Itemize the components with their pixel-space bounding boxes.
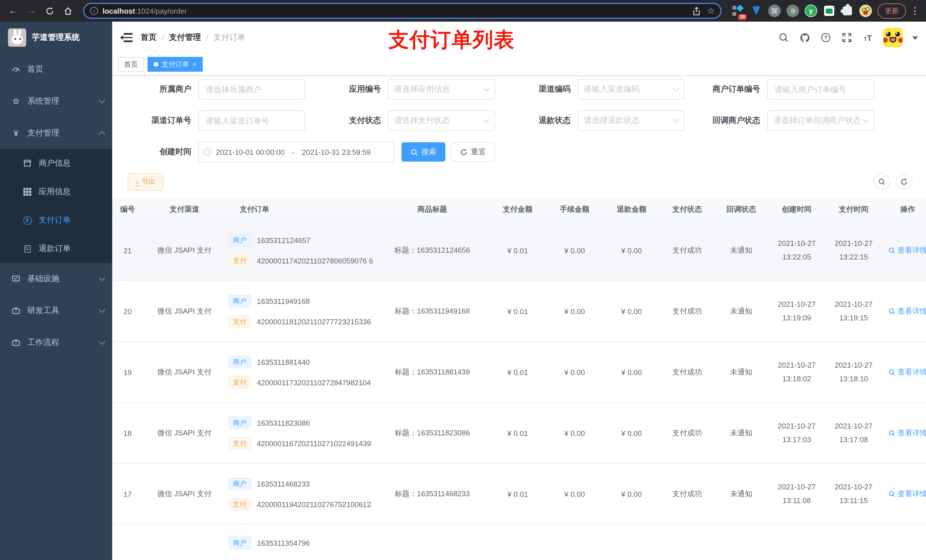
breadcrumb-home[interactable]: 首页: [141, 32, 157, 43]
export-button[interactable]: ↓ 导出: [127, 173, 163, 191]
share-icon[interactable]: [692, 6, 700, 15]
site-info-icon[interactable]: i: [90, 7, 98, 15]
sidebar-item-workflow[interactable]: 工作流程: [0, 327, 112, 359]
table-row: 17 微信 JSAPI 支付 商户1635311468233 支付4200001…: [112, 464, 926, 525]
channel-code-select[interactable]: 请输入渠道编码: [578, 79, 684, 100]
payment-submenu: 商户信息 应用信息 ¥ 支付订单 退款订单: [0, 149, 112, 263]
caret-down-icon[interactable]: [912, 36, 918, 42]
chevron-down-icon: [99, 338, 105, 345]
channel-order-no-input[interactable]: [198, 110, 305, 131]
sidebar-item-app-info[interactable]: 应用信息: [0, 178, 112, 206]
filter-label-channel-code: 渠道编码: [495, 84, 578, 95]
page-content: 所属商户 应用编号 请选择应用信息: [112, 76, 926, 560]
extension-vue-icon[interactable]: y: [805, 5, 817, 17]
briefcase-icon: [11, 338, 21, 347]
fullscreen-icon[interactable]: [841, 32, 853, 43]
browser-window: ← → i localhost:1024/pay/order ☆ 10 ⌘: [0, 0, 926, 560]
avatar[interactable]: [883, 28, 903, 47]
reset-button[interactable]: 重置: [451, 142, 495, 162]
table-row: 18 微信 JSAPI 支付 商户1635311823086 支付4200001…: [112, 403, 926, 464]
app-title: 芋道管理系统: [32, 32, 80, 43]
search-icon: [888, 247, 895, 254]
search-icon: [878, 178, 885, 186]
browser-menu-icon[interactable]: [912, 7, 918, 15]
tab-active-dot: [154, 62, 158, 66]
merchant-order-no-input[interactable]: [767, 79, 874, 100]
logo-rabbit-image: [8, 29, 26, 47]
extension-gem-icon[interactable]: [750, 5, 763, 17]
pay-tag: 支付: [228, 498, 251, 510]
tab-pay-order[interactable]: 支付订单 ×: [147, 57, 203, 72]
show-search-button[interactable]: [874, 174, 890, 190]
search-icon: [411, 148, 418, 155]
chevron-down-icon: [483, 85, 490, 92]
extension-dot-icon[interactable]: [787, 5, 799, 17]
extension-chat-icon[interactable]: [823, 5, 835, 17]
breadcrumb-payment[interactable]: 支付管理: [169, 32, 201, 43]
view-detail-link[interactable]: 查看详情: [888, 489, 926, 499]
extension-command-icon[interactable]: ⌘: [768, 5, 781, 17]
back-icon[interactable]: ←: [6, 3, 21, 18]
page-title: 支付订单列表: [388, 26, 515, 54]
view-detail-link[interactable]: 查看详情: [888, 306, 926, 316]
extensions-puzzle-icon[interactable]: [841, 5, 854, 17]
view-detail-link[interactable]: 查看详情: [888, 428, 926, 438]
sidebar-collapse-icon[interactable]: [121, 33, 133, 42]
extensions-strip: 10 ⌘ y 更新: [729, 3, 920, 18]
chevron-down-icon: [99, 275, 105, 281]
sidebar-item-merchant-info[interactable]: 商户信息: [0, 149, 112, 178]
filter-label-app: 应用编号: [305, 84, 388, 95]
search-icon: [888, 308, 895, 315]
extension-emoji-icon[interactable]: [859, 5, 872, 17]
breadcrumb-current: 支付订单: [213, 32, 245, 43]
address-bar[interactable]: i localhost:1024/pay/order ☆: [83, 3, 722, 19]
pay-status-select[interactable]: 请选择支付状态: [388, 110, 495, 131]
table-header-row: 编号 支付渠道 支付订单 商品标题 支付金额 手续金额 退款金额 支付状态 回调…: [112, 199, 926, 220]
browser-update-button[interactable]: 更新: [878, 3, 906, 18]
table-toolbar: ↓ 导出: [127, 173, 926, 191]
document-icon: [23, 244, 32, 253]
app-select[interactable]: 请选择应用信息: [388, 79, 495, 100]
pay-tag: 支付: [228, 376, 251, 389]
font-size-icon[interactable]: TT: [862, 32, 874, 43]
sidebar-item-system[interactable]: ⚙ 系统管理: [0, 85, 112, 117]
github-icon[interactable]: [799, 32, 810, 43]
orders-table: 编号 支付渠道 支付订单 商品标题 支付金额 手续金额 退款金额 支付状态 回调…: [112, 199, 926, 557]
merchant-tag: 商户: [228, 356, 251, 368]
refund-status-select[interactable]: 请选择退款状态: [578, 110, 684, 131]
merchant-tag: 商户: [228, 477, 251, 490]
search-button[interactable]: 搜索: [401, 142, 445, 162]
reload-icon[interactable]: [42, 3, 57, 18]
merchant-input[interactable]: [198, 79, 305, 100]
notify-status-select[interactable]: 请选择订单回调商户状态: [767, 110, 874, 131]
clock-icon: [204, 148, 212, 156]
create-time-range-picker[interactable]: 2021-10-01 00:00:00 - 2021-10-31 23:59:5…: [198, 142, 395, 162]
home-icon[interactable]: [61, 3, 75, 18]
filter-label-pay-status: 支付状态: [305, 116, 388, 126]
browser-toolbar: ← → i localhost:1024/pay/order ☆ 10 ⌘: [0, 0, 926, 22]
bookmark-star-icon[interactable]: ☆: [707, 6, 715, 16]
sidebar-item-home[interactable]: 首页: [0, 53, 112, 85]
table-row: 21 微信 JSAPI 支付 商户1635312124657 支付4200001…: [112, 220, 926, 281]
tab-home[interactable]: 首页: [118, 57, 144, 72]
app-logo: 芋道管理系统: [0, 22, 112, 53]
tab-close-icon[interactable]: ×: [192, 60, 197, 68]
sidebar-item-pay-order[interactable]: ¥ 支付订单: [0, 206, 112, 234]
view-detail-link[interactable]: 查看详情: [888, 245, 926, 255]
extension-blocks-icon[interactable]: 10: [732, 5, 744, 17]
forward-icon[interactable]: →: [24, 3, 39, 18]
refresh-table-button[interactable]: [896, 174, 912, 190]
sidebar-item-infra[interactable]: 基础设施: [0, 263, 112, 295]
sidebar-item-refund-order[interactable]: 退款订单: [0, 234, 112, 263]
filter-label-merchant-order-no: 商户订单编号: [684, 84, 767, 95]
filter-label-refund-status: 退款状态: [495, 116, 578, 126]
url-text: localhost:1024/pay/order: [103, 6, 187, 15]
sidebar-item-payment[interactable]: ¥ 支付管理: [0, 117, 112, 149]
view-detail-link[interactable]: 查看详情: [888, 367, 926, 377]
help-icon[interactable]: ?: [820, 32, 831, 43]
extension-badge: 10: [738, 14, 747, 20]
sidebar-item-dev-tools[interactable]: 研发工具: [0, 295, 112, 327]
search-icon[interactable]: [778, 32, 789, 43]
filter-label-notify-status: 回调商户状态: [684, 116, 767, 126]
chevron-down-icon: [673, 85, 679, 92]
